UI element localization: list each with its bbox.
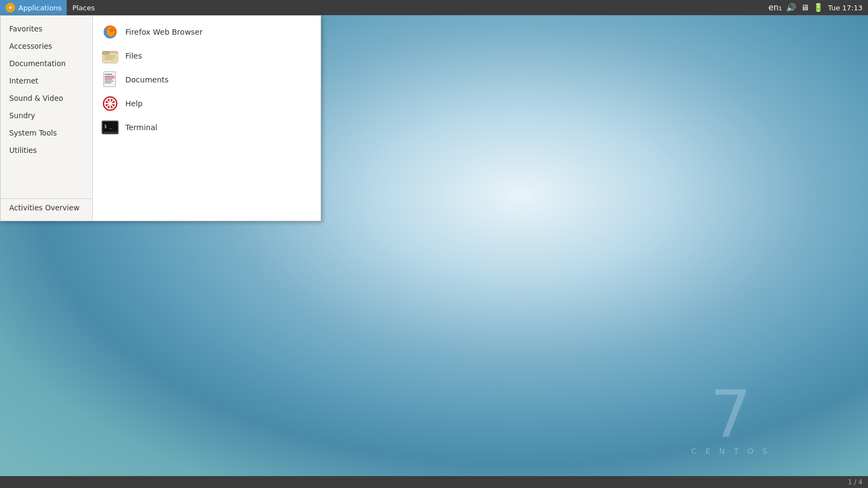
documents-icon bbox=[103, 71, 118, 88]
network-icon[interactable]: 🖥 bbox=[801, 3, 809, 12]
category-favorites[interactable]: Favorites bbox=[1, 20, 92, 37]
documents-icon-container bbox=[101, 71, 119, 88]
category-sundry[interactable]: Sundry bbox=[1, 107, 92, 124]
applications-icon: ✦ bbox=[5, 3, 15, 12]
category-spacer bbox=[1, 159, 92, 196]
firefox-label: Firefox Web Browser bbox=[125, 28, 203, 36]
applications-menu-button[interactable]: ✦ Applications bbox=[0, 0, 67, 15]
app-item-files[interactable]: Files bbox=[93, 44, 321, 68]
help-label: Help bbox=[125, 99, 143, 108]
applications-label: Applications bbox=[18, 4, 61, 12]
terminal-icon: $ _ bbox=[101, 120, 119, 134]
svg-rect-10 bbox=[105, 79, 112, 80]
documents-label: Documents bbox=[125, 75, 169, 84]
terminal-icon-container: $ _ bbox=[101, 119, 119, 136]
clock[interactable]: Tue 17:13 bbox=[828, 4, 863, 12]
terminal-label: Terminal bbox=[125, 123, 157, 132]
places-label: Places bbox=[72, 4, 94, 12]
centos-name: C E N T O S bbox=[691, 447, 770, 455]
activities-overview-button[interactable]: Activities Overview bbox=[1, 198, 92, 216]
category-internet[interactable]: Internet bbox=[1, 72, 92, 89]
files-label: Files bbox=[125, 52, 142, 60]
panel-left: ✦ Applications Places bbox=[0, 0, 100, 15]
page-info: 1 / 4 bbox=[848, 478, 863, 486]
svg-rect-7 bbox=[105, 74, 112, 75]
firefox-icon-container bbox=[101, 23, 119, 41]
category-sound-video[interactable]: Sound & Video bbox=[1, 89, 92, 107]
menu-categories: Favorites Accessories Documentation Inte… bbox=[1, 16, 93, 221]
bottom-bar: 1 / 4 bbox=[0, 476, 868, 488]
files-icon bbox=[102, 48, 118, 63]
top-panel: ✦ Applications Places en₁ 🔊 🖥 🔋 Tue 17:1… bbox=[0, 0, 868, 15]
svg-rect-9 bbox=[105, 78, 114, 79]
svg-rect-12 bbox=[105, 82, 111, 84]
desktop: ✦ Applications Places en₁ 🔊 🖥 🔋 Tue 17:1… bbox=[0, 0, 868, 488]
panel-right: en₁ 🔊 🖥 🔋 Tue 17:13 bbox=[768, 0, 868, 15]
app-item-help[interactable]: Help bbox=[93, 92, 321, 115]
centos-seven: 7 bbox=[691, 382, 770, 447]
svg-rect-2 bbox=[103, 52, 109, 54]
category-utilities[interactable]: Utilities bbox=[1, 142, 92, 159]
app-item-firefox[interactable]: Firefox Web Browser bbox=[93, 20, 321, 44]
category-system-tools[interactable]: System Tools bbox=[1, 124, 92, 142]
category-documentation[interactable]: Documentation bbox=[1, 55, 92, 72]
firefox-icon bbox=[102, 24, 118, 40]
keyboard-icon[interactable]: en₁ bbox=[768, 3, 782, 12]
help-icon bbox=[102, 95, 118, 112]
app-item-terminal[interactable]: $ _ Terminal bbox=[93, 115, 321, 139]
files-icon-container bbox=[101, 47, 119, 65]
svg-text:$ _: $ _ bbox=[104, 124, 112, 129]
category-accessories[interactable]: Accessories bbox=[1, 37, 92, 55]
battery-icon[interactable]: 🔋 bbox=[813, 3, 824, 12]
svg-rect-8 bbox=[105, 76, 114, 77]
app-item-documents[interactable]: Documents bbox=[93, 68, 321, 92]
places-menu-button[interactable]: Places bbox=[67, 0, 100, 15]
menu-apps: Firefox Web Browser Files bbox=[93, 16, 321, 221]
help-icon-container bbox=[101, 95, 119, 112]
centos-watermark: 7 C E N T O S bbox=[691, 382, 770, 455]
svg-rect-11 bbox=[105, 81, 113, 82]
applications-menu: Favorites Accessories Documentation Inte… bbox=[0, 15, 321, 221]
volume-icon[interactable]: 🔊 bbox=[786, 3, 796, 12]
